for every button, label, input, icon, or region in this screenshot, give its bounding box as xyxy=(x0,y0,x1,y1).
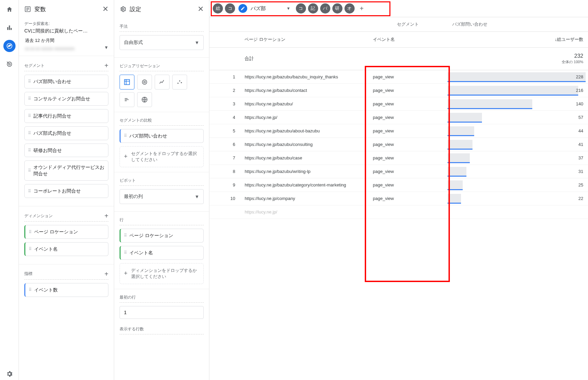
visualization-label: ビジュアリゼーション xyxy=(120,60,204,71)
segment-chip[interactable]: ⠿バズ部問い合わせ xyxy=(24,75,108,88)
segment-chip[interactable]: ⠿コーポレートお問合せ xyxy=(24,184,108,198)
explore-name-value[interactable]: CVに間接的に貢献したペー… xyxy=(24,28,108,34)
total-sub: 全体の 100% xyxy=(562,60,583,64)
rows-drop-zone[interactable]: + ディメンションをドロップするか選択してください xyxy=(120,263,204,284)
col-event-header[interactable]: イベント名 xyxy=(368,32,448,48)
viz-line-button[interactable] xyxy=(155,75,170,90)
row-dimension-chip[interactable]: ⠿ページ ロケーション xyxy=(120,229,204,243)
table-row[interactable]: 1https://lucy.ne.jp/bazubu/bazubu_inquir… xyxy=(209,70,588,84)
row-metric: 228 xyxy=(448,70,588,84)
svg-rect-0 xyxy=(7,27,8,30)
table-row[interactable]: 5https://lucy.ne.jp/bazubu/about-bazubup… xyxy=(209,124,588,138)
table-row[interactable]: 2https://lucy.ne.jp/bazubu/contactpage_v… xyxy=(209,84,588,97)
row-index: 8 xyxy=(209,165,240,178)
nav-admin-icon[interactable] xyxy=(3,368,16,380)
col-metric-header[interactable]: ↓総ユーザー数 xyxy=(448,32,588,48)
settings-title: 設定 xyxy=(130,5,194,13)
nav-advertising-icon[interactable] xyxy=(3,58,16,70)
row-event: page_view xyxy=(368,84,448,97)
row-page: https://lucy.ne.jp/bazubu/category/conte… xyxy=(240,178,368,192)
drag-handle-icon: ⠿ xyxy=(28,113,30,118)
first-row-label: 最初の行 xyxy=(120,292,204,303)
row-event: page_view xyxy=(368,97,448,111)
drag-handle-icon: ⠿ xyxy=(124,133,126,138)
viz-donut-button[interactable] xyxy=(137,75,152,90)
table-row[interactable]: 4https://lucy.ne.jp/page_view57 xyxy=(209,111,588,124)
tab-pill[interactable]: バ xyxy=(320,3,330,14)
chip-label: バズ部式お問合せ xyxy=(33,130,71,136)
first-row-input[interactable] xyxy=(120,306,204,319)
nav-home-icon[interactable] xyxy=(3,3,16,16)
drag-handle-icon: ⠿ xyxy=(28,168,30,173)
segment-chip[interactable]: ⠿バズ部式お問合せ xyxy=(24,126,108,140)
drag-handle-icon: ⠿ xyxy=(28,79,30,84)
technique-label: 手法 xyxy=(120,21,204,32)
tab-pill[interactable]: 記 xyxy=(308,3,318,14)
close-settings-button[interactable]: ✕ xyxy=(198,5,204,14)
table-row[interactable]: 6https://lucy.ne.jp/bazubu/consultingpag… xyxy=(209,138,588,151)
segment-chip[interactable]: ⠿研修お問合せ xyxy=(24,144,108,157)
technique-select[interactable]: 自由形式▼ xyxy=(120,35,204,50)
add-metric-button[interactable]: + xyxy=(104,271,108,277)
pivot-label: ピボット xyxy=(120,175,204,186)
table-row[interactable]: 3https://lucy.ne.jp/bazubu/page_view140 xyxy=(209,97,588,111)
viz-table-button[interactable] xyxy=(120,75,134,90)
row-event: page_view xyxy=(368,192,448,205)
row-page: https://lucy.ne.jp/bazubu/about-bazubu xyxy=(240,124,368,138)
tab-pill[interactable]: コ xyxy=(296,3,306,14)
tab-pill[interactable]: コ xyxy=(225,3,235,14)
add-tab-button[interactable]: + xyxy=(357,3,367,14)
segment-drop-zone[interactable]: + セグメントをドロップするか選択してください xyxy=(120,146,204,167)
dimensions-heading: ディメンション xyxy=(24,213,53,219)
table-row-partial: https://lucy.ne.jp/ xyxy=(209,205,588,219)
nav-explore-icon[interactable] xyxy=(3,40,16,52)
dimension-chip[interactable]: ⠿ページ ロケーション xyxy=(24,225,108,239)
table-row[interactable]: 9https://lucy.ne.jp/bazubu/category/cont… xyxy=(209,178,588,192)
segment-chip[interactable]: ⠿記事代行お問合せ xyxy=(24,109,108,123)
drag-handle-icon: ⠿ xyxy=(28,189,30,194)
close-variables-button[interactable]: ✕ xyxy=(102,5,108,14)
date-range-picker[interactable]: 過去 12 か月間 xyxy=(24,34,108,45)
svg-point-5 xyxy=(8,64,10,65)
col-page-header[interactable]: ページ ロケーション xyxy=(240,32,368,48)
nav-reports-icon[interactable] xyxy=(3,22,16,34)
table-row[interactable]: 7https://lucy.ne.jp/bazubu/casepage_view… xyxy=(209,151,588,165)
row-event: page_view xyxy=(368,124,448,138)
row-index: 9 xyxy=(209,178,240,192)
chip-label: イベント名 xyxy=(34,246,58,252)
svg-rect-1 xyxy=(9,25,10,30)
drag-handle-icon: ⠿ xyxy=(28,96,30,101)
total-label: 合計 xyxy=(240,48,368,70)
row-index: 3 xyxy=(209,97,240,111)
svg-rect-2 xyxy=(10,28,11,30)
dimension-chip[interactable]: ⠿イベント名 xyxy=(24,242,108,256)
viz-scatter-button[interactable] xyxy=(172,75,187,90)
pivot-select[interactable]: 最初の列▼ xyxy=(120,189,204,204)
active-tab[interactable]: バズ部 ▼ xyxy=(237,3,294,14)
segment-chip[interactable]: ⠿オウンドメディア代行サービスお問合せ xyxy=(24,160,108,181)
metric-chip[interactable]: ⠿イベント数 xyxy=(24,283,108,297)
table-row[interactable]: 10https://lucy.ne.jp/companypage_view22 xyxy=(209,192,588,205)
row-page: https://lucy.ne.jp/bazubu/bazubu_inquiry… xyxy=(240,70,368,84)
row-event: page_view xyxy=(368,151,448,165)
table-row[interactable]: 8https://lucy.ne.jp/bazubu/writing-lppag… xyxy=(209,165,588,178)
viz-bar-button[interactable] xyxy=(120,92,134,107)
row-event: page_view xyxy=(368,178,448,192)
row-page: https://lucy.ne.jp/bazubu/contact xyxy=(240,84,368,97)
add-segment-button[interactable]: + xyxy=(104,62,108,69)
svg-point-9 xyxy=(142,80,147,84)
segment-chip[interactable]: ⠿コンサルティングお問合せ xyxy=(24,92,108,106)
add-dimension-button[interactable]: + xyxy=(104,212,108,219)
metrics-heading: 指標 xyxy=(24,271,32,277)
row-event: page_view xyxy=(368,70,448,84)
row-page: https://lucy.ne.jp/ xyxy=(240,111,368,124)
chip-label: コーポレートお問合せ xyxy=(33,188,81,194)
chevron-down-icon[interactable]: ▼ xyxy=(286,6,290,11)
tab-pill[interactable]: 研 xyxy=(332,3,342,14)
row-dimension-chip[interactable]: ⠿イベント名 xyxy=(120,246,204,260)
tab-pill[interactable]: オ xyxy=(344,3,355,14)
chip-label: イベント数 xyxy=(34,287,58,293)
viz-geo-button[interactable] xyxy=(137,92,152,107)
segment-compare-chip[interactable]: ⠿ バズ部問い合わせ xyxy=(120,129,204,143)
tab-pill[interactable]: 総 xyxy=(213,3,223,14)
